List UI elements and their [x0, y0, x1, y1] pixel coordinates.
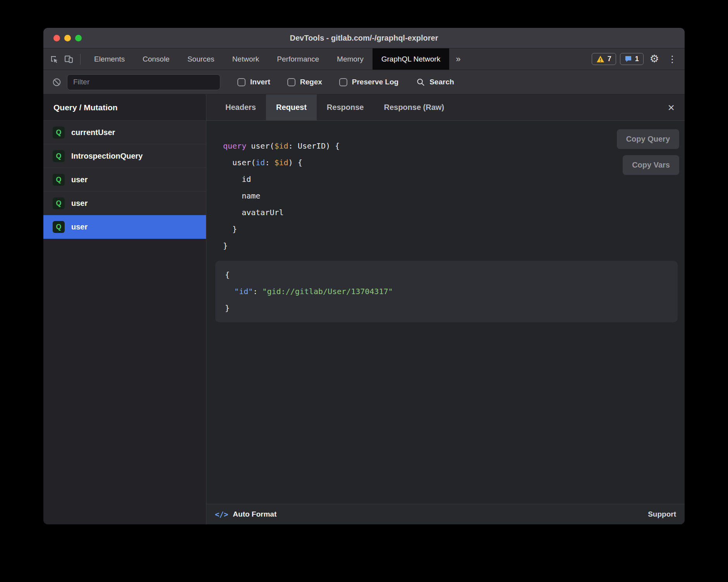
- query-type-badge: Q: [53, 174, 65, 186]
- tab-elements[interactable]: Elements: [85, 48, 134, 70]
- invert-label: Invert: [250, 78, 270, 86]
- traffic-lights: [53, 28, 82, 48]
- support-link[interactable]: Support: [648, 510, 676, 519]
- regex-checkbox[interactable]: Regex: [287, 78, 322, 86]
- code-line: "id": "gid://gitlab/User/13704317": [225, 283, 668, 300]
- auto-format-label: Auto Format: [233, 510, 276, 519]
- query-item-label: user: [71, 223, 88, 231]
- query-type-badge: Q: [53, 221, 65, 233]
- minimize-window-button[interactable]: [64, 35, 71, 41]
- auto-format-button[interactable]: </> Auto Format: [215, 510, 276, 519]
- regex-label: Regex: [300, 78, 322, 86]
- devtools-window: DevTools - gitlab.com/-/graphql-explorer…: [43, 28, 685, 524]
- warning-triangle-icon: [596, 55, 604, 63]
- tab-headers[interactable]: Headers: [215, 94, 266, 120]
- search-icon: [416, 78, 425, 87]
- query-list-item-user-2[interactable]: Q user: [43, 192, 206, 215]
- code-line: {: [225, 267, 668, 283]
- detail-footer: </> Auto Format Support: [206, 504, 685, 524]
- checkbox-box[interactable]: [287, 78, 295, 86]
- warnings-badge[interactable]: 7: [592, 53, 616, 65]
- tab-response-raw[interactable]: Response (Raw): [374, 94, 454, 120]
- search-label: Search: [429, 78, 454, 86]
- tab-network[interactable]: Network: [223, 48, 268, 70]
- query-item-label: user: [71, 175, 88, 184]
- tab-response[interactable]: Response: [317, 94, 374, 120]
- filter-toolbar: Invert Regex Preserve Log Search: [43, 70, 685, 94]
- devtools-tab-bar: Elements Console Sources Network Perform…: [43, 48, 685, 70]
- code-line: }: [225, 300, 668, 317]
- main-split: Query / Mutation Q currentUser Q Introsp…: [43, 94, 685, 524]
- preserve-log-label: Preserve Log: [352, 78, 398, 86]
- query-type-badge: Q: [53, 127, 65, 139]
- query-type-badge: Q: [53, 150, 65, 162]
- tab-sources[interactable]: Sources: [179, 48, 223, 70]
- query-list-item-currentuser[interactable]: Q currentUser: [43, 121, 206, 144]
- query-item-label: currentUser: [71, 128, 115, 137]
- toolbar-left-icons: [43, 48, 85, 70]
- title-bar: DevTools - gitlab.com/-/graphql-explorer: [43, 28, 685, 48]
- graphql-query-code: query user($id: UserID) { user(id: $id) …: [206, 121, 685, 254]
- clear-block-icon[interactable]: [52, 77, 62, 87]
- query-list-item-user-1[interactable]: Q user: [43, 168, 206, 192]
- filter-input[interactable]: [67, 74, 220, 90]
- tab-console[interactable]: Console: [134, 48, 179, 70]
- code-brackets-icon: </>: [215, 510, 228, 519]
- query-list-item-introspectionquery[interactable]: Q IntrospectionQuery: [43, 144, 206, 168]
- query-sidebar: Query / Mutation Q currentUser Q Introsp…: [43, 94, 206, 524]
- close-icon[interactable]: ×: [668, 102, 675, 113]
- issues-bubble-icon: [625, 55, 632, 63]
- inspect-element-icon[interactable]: [50, 55, 59, 64]
- copy-query-button[interactable]: Copy Query: [617, 129, 679, 149]
- tab-graphql-network[interactable]: GraphQL Network: [373, 48, 449, 70]
- device-toolbar-icon[interactable]: [64, 54, 74, 64]
- code-line: }: [223, 238, 685, 254]
- code-line: avatarUrl: [223, 204, 685, 221]
- sidebar-header: Query / Mutation: [43, 94, 206, 121]
- issues-badge[interactable]: 1: [620, 53, 644, 65]
- search-button[interactable]: Search: [416, 78, 454, 87]
- query-item-label: IntrospectionQuery: [71, 152, 143, 161]
- query-list-item-user-3-selected[interactable]: Q user: [43, 215, 206, 239]
- tab-request[interactable]: Request: [266, 94, 317, 120]
- preserve-log-checkbox[interactable]: Preserve Log: [339, 78, 398, 86]
- code-line: user(id: $id) {: [223, 154, 685, 171]
- panel-tabs: Elements Console Sources Network Perform…: [85, 48, 467, 70]
- detail-tab-bar: Headers Request Response Response (Raw) …: [206, 94, 685, 121]
- copy-vars-button[interactable]: Copy Vars: [623, 155, 679, 175]
- settings-gear-icon[interactable]: ⚙: [647, 54, 661, 64]
- code-line: id: [223, 171, 685, 188]
- request-detail-panel: Headers Request Response Response (Raw) …: [206, 94, 685, 524]
- checkbox-box[interactable]: [237, 78, 246, 86]
- code-line: query user($id: UserID) {: [223, 138, 685, 154]
- zoom-window-button[interactable]: [75, 35, 82, 41]
- query-type-badge: Q: [53, 197, 65, 209]
- close-window-button[interactable]: [53, 35, 60, 41]
- window-title: DevTools - gitlab.com/-/graphql-explorer: [43, 34, 685, 43]
- query-item-label: user: [71, 199, 88, 208]
- toolbar-separator: [80, 54, 81, 65]
- query-variables-box: { "id": "gid://gitlab/User/13704317"}: [215, 261, 678, 322]
- toolbar-right-icons: 7 1 ⚙ ⋮: [592, 48, 685, 70]
- more-options-icon[interactable]: ⋮: [665, 55, 679, 64]
- more-tabs-button[interactable]: »: [449, 48, 467, 70]
- checkbox-box[interactable]: [339, 78, 347, 86]
- request-content: query user($id: UserID) { user(id: $id) …: [206, 121, 685, 504]
- code-line: name: [223, 188, 685, 204]
- code-line: }: [223, 221, 685, 238]
- issue-count: 1: [635, 55, 639, 63]
- tab-performance[interactable]: Performance: [268, 48, 328, 70]
- invert-checkbox[interactable]: Invert: [237, 78, 270, 86]
- warning-count: 7: [608, 55, 611, 63]
- tab-memory[interactable]: Memory: [328, 48, 373, 70]
